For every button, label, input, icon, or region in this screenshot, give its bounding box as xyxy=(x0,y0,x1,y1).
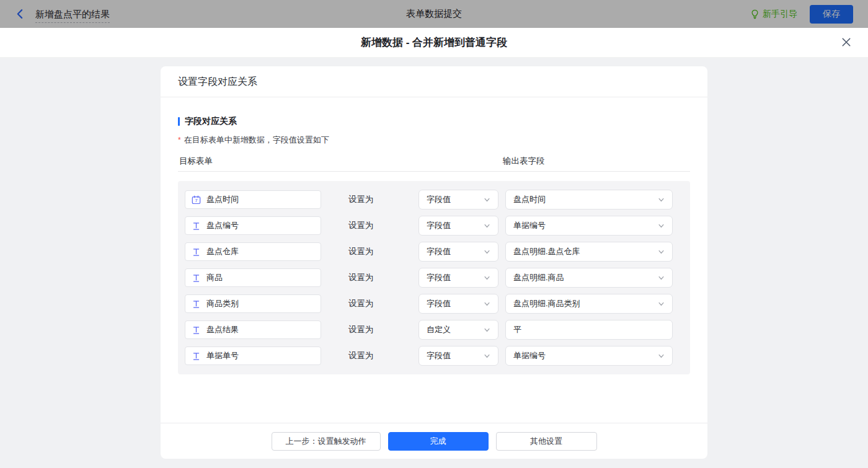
required-asterisk: * xyxy=(178,136,181,144)
chevron-down-icon xyxy=(658,249,665,255)
mode-select[interactable]: 字段值 xyxy=(418,242,498,262)
text-icon xyxy=(192,299,201,309)
chevron-down-icon xyxy=(658,275,665,281)
output-field-select[interactable]: 单据编号 xyxy=(505,346,673,366)
card-header-title: 设置字段对应关系 xyxy=(161,66,707,97)
target-field-label: 商品 xyxy=(206,272,223,283)
target-field-label: 盘点仓库 xyxy=(206,246,239,257)
set-as-label: 设置为 xyxy=(348,272,374,283)
mode-select-value: 字段值 xyxy=(427,350,484,361)
text-icon xyxy=(192,351,201,361)
field-mapping-row: 盘点编号设置为字段值单据编号 xyxy=(185,216,690,235)
target-field[interactable]: 商品 xyxy=(185,268,321,287)
target-field-label: 盘点编号 xyxy=(206,220,239,231)
set-as-label: 设置为 xyxy=(348,194,374,205)
mode-select[interactable]: 字段值 xyxy=(418,346,498,366)
target-field-label: 单据单号 xyxy=(206,350,239,361)
section-title-label: 字段对应关系 xyxy=(185,116,237,127)
chevron-down-icon xyxy=(484,249,490,255)
output-field-value: 单据编号 xyxy=(513,220,658,231)
mode-select[interactable]: 字段值 xyxy=(418,190,498,210)
chevron-down-icon xyxy=(658,223,665,229)
modal-body: 设置字段对应关系 字段对应关系 * 在目标表单中新增数据，字段值设置如下 目标表… xyxy=(0,66,868,468)
field-mapping-row: 7盘点时间设置为字段值盘点时间 xyxy=(185,190,690,209)
guide-label: 新手引导 xyxy=(763,9,797,20)
done-button[interactable]: 完成 xyxy=(388,432,489,451)
calendar-icon: 7 xyxy=(192,195,201,205)
lightbulb-icon xyxy=(750,9,760,19)
output-field-select[interactable]: 盘点明细.商品 xyxy=(505,268,673,288)
mode-select-value: 字段值 xyxy=(427,246,484,257)
modal-title: 新增数据 - 合并新增到普通字段 xyxy=(361,35,507,50)
mapping-card: 设置字段对应关系 字段对应关系 * 在目标表单中新增数据，字段值设置如下 目标表… xyxy=(161,66,707,459)
save-button[interactable]: 保存 xyxy=(810,5,853,24)
field-mapping-row: 盘点仓库设置为字段值盘点明细.盘点仓库 xyxy=(185,242,690,261)
output-field-value: 盘点明细.商品 xyxy=(513,272,658,283)
output-field-value: 盘点时间 xyxy=(513,194,658,205)
field-mapping-row: 商品设置为字段值盘点明细.商品 xyxy=(185,268,690,287)
target-field[interactable]: 盘点编号 xyxy=(185,216,321,235)
output-field-select[interactable]: 盘点时间 xyxy=(505,190,673,210)
top-bar: 新增盘点平的结果 表单数据提交 新手引导 保存 xyxy=(0,0,868,28)
note-text: 在目标表单中新增数据，字段值设置如下 xyxy=(184,135,329,146)
target-field-label: 盘点时间 xyxy=(206,194,239,205)
close-icon[interactable] xyxy=(841,37,852,48)
mode-select-value: 自定义 xyxy=(427,324,484,335)
svg-text:7: 7 xyxy=(195,198,197,203)
chevron-down-icon xyxy=(658,353,665,360)
modal-header: 新增数据 - 合并新增到普通字段 xyxy=(0,28,868,58)
other-settings-button[interactable]: 其他设置 xyxy=(496,432,597,451)
output-field-column-header: 输出表字段 xyxy=(503,156,545,167)
chevron-down-icon xyxy=(484,275,490,281)
target-field-label: 盘点结果 xyxy=(206,324,239,335)
target-field[interactable]: 盘点仓库 xyxy=(185,242,321,261)
field-mapping-row: 单据单号设置为字段值单据编号 xyxy=(185,347,690,365)
accent-bar xyxy=(178,117,180,126)
mode-select-value: 字段值 xyxy=(427,220,484,231)
column-headers: 目标表单 输出表字段 xyxy=(178,156,690,172)
page-title: 表单数据提交 xyxy=(0,8,868,20)
beginner-guide-link[interactable]: 新手引导 xyxy=(750,9,797,20)
output-field-select[interactable]: 盘点明细.盘点仓库 xyxy=(505,242,673,262)
custom-value-input[interactable]: 平 xyxy=(505,320,673,340)
mode-select[interactable]: 字段值 xyxy=(418,216,498,236)
output-field-value: 盘点明细.商品类别 xyxy=(513,298,658,309)
text-icon xyxy=(192,273,201,283)
set-as-label: 设置为 xyxy=(348,324,374,335)
mode-select[interactable]: 自定义 xyxy=(418,320,498,340)
chevron-down-icon xyxy=(658,196,665,203)
field-mapping-row: 盘点结果设置为自定义平 xyxy=(185,320,690,339)
target-field[interactable]: 7盘点时间 xyxy=(185,190,321,209)
chevron-down-icon xyxy=(484,223,490,229)
chevron-down-icon xyxy=(484,196,490,203)
field-mapping-panel: 7盘点时间设置为字段值盘点时间盘点编号设置为字段值单据编号盘点仓库设置为字段值盘… xyxy=(178,181,690,374)
chevron-down-icon xyxy=(484,327,490,333)
output-field-value: 单据编号 xyxy=(513,350,658,361)
set-as-label: 设置为 xyxy=(348,246,374,257)
chevron-down-icon xyxy=(484,353,490,360)
output-field-select[interactable]: 单据编号 xyxy=(505,216,673,236)
output-field-select[interactable]: 盘点明细.商品类别 xyxy=(505,294,673,314)
section-title: 字段对应关系 xyxy=(178,116,690,127)
mode-select[interactable]: 字段值 xyxy=(418,294,498,314)
chevron-down-icon xyxy=(484,301,490,307)
target-field-label: 商品类别 xyxy=(206,298,239,309)
text-icon xyxy=(192,221,201,231)
set-as-label: 设置为 xyxy=(348,350,374,361)
chevron-down-icon xyxy=(658,301,665,307)
target-field[interactable]: 商品类别 xyxy=(185,294,321,313)
mode-select[interactable]: 字段值 xyxy=(418,268,498,288)
target-field[interactable]: 单据单号 xyxy=(185,347,321,365)
mode-select-value: 字段值 xyxy=(427,298,484,309)
previous-step-button[interactable]: 上一步：设置触发动作 xyxy=(272,432,381,451)
text-icon xyxy=(192,247,201,257)
output-field-value: 盘点明细.盘点仓库 xyxy=(513,246,658,257)
text-icon xyxy=(192,325,201,335)
target-field[interactable]: 盘点结果 xyxy=(185,320,321,339)
set-as-label: 设置为 xyxy=(348,220,374,231)
card-footer: 上一步：设置触发动作 完成 其他设置 xyxy=(161,423,707,459)
mode-select-value: 字段值 xyxy=(427,272,484,283)
target-form-column-header: 目标表单 xyxy=(179,156,213,167)
custom-value-text: 平 xyxy=(513,324,665,335)
mode-select-value: 字段值 xyxy=(427,194,484,205)
